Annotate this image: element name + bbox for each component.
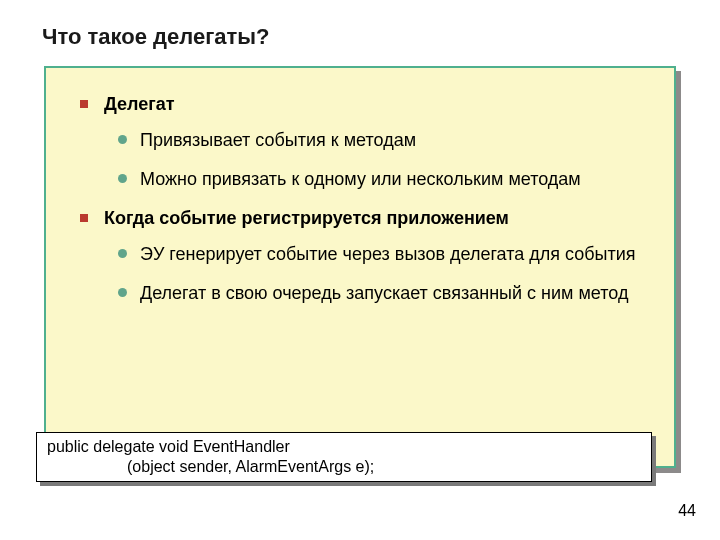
bullet-item: Когда событие регистрируется приложением… — [74, 208, 646, 306]
bullet-text: Делегат — [104, 94, 175, 114]
slide-title: Что такое делегаты? — [42, 24, 270, 50]
code-line: (object sender, AlarmEventArgs e); — [47, 458, 374, 475]
content-panel: Делегат Привязывает события к методам Мо… — [44, 66, 676, 468]
page-number: 44 — [678, 502, 696, 520]
bullet-item: Делегат Привязывает события к методам Мо… — [74, 94, 646, 192]
code-box: public delegate void EventHandler (objec… — [36, 432, 652, 482]
code-line: public delegate void EventHandler — [47, 438, 290, 455]
sub-bullet-item: Можно привязать к одному или нескольким … — [104, 168, 646, 191]
sub-bullet-item: Делегат в свою очередь запускает связанн… — [104, 282, 646, 305]
sub-bullet-item: Привязывает события к методам — [104, 129, 646, 152]
sub-bullet-item: ЭУ генерирует событие через вызов делега… — [104, 243, 646, 266]
bullet-text: Когда событие регистрируется приложением — [104, 208, 509, 228]
